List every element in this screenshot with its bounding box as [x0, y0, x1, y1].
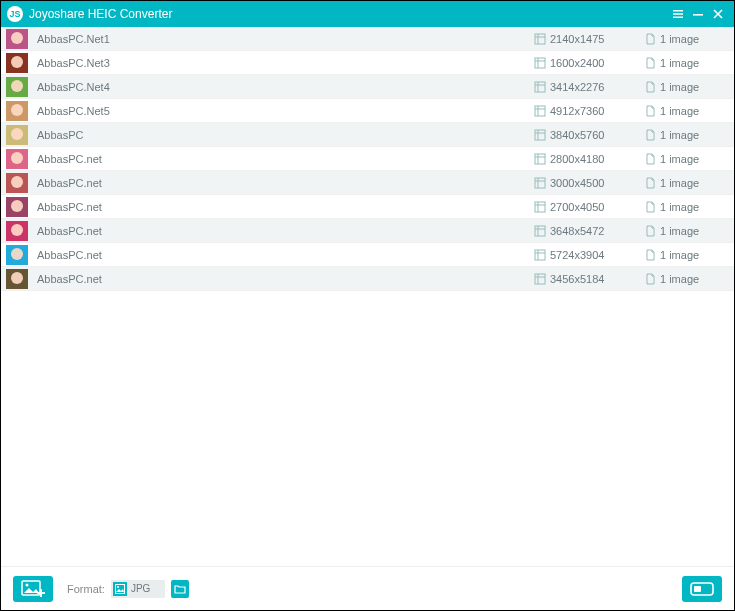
title-bar: JS Joyoshare HEIC Converter	[1, 1, 734, 27]
format-selector[interactable]: JPG	[111, 580, 165, 598]
file-row[interactable]: AbbasPC.Net54912x73601 image	[1, 99, 734, 123]
menu-button[interactable]	[668, 4, 688, 24]
page-icon	[644, 225, 656, 237]
convert-button[interactable]	[682, 576, 722, 602]
add-image-icon	[21, 580, 45, 598]
file-dimensions: 2140x1475	[534, 33, 644, 45]
file-image-count: 1 image	[644, 225, 734, 237]
page-icon	[644, 81, 656, 93]
file-image-count: 1 image	[644, 201, 734, 213]
svg-rect-0	[673, 10, 683, 12]
page-icon	[644, 153, 656, 165]
file-name: AbbasPC.Net1	[37, 33, 534, 45]
add-files-button[interactable]	[13, 576, 53, 602]
file-name: AbbasPC.net	[37, 153, 534, 165]
dimensions-icon	[534, 81, 546, 93]
svg-rect-36	[535, 274, 545, 284]
file-image-count: 1 image	[644, 129, 734, 141]
svg-rect-33	[535, 250, 545, 260]
svg-rect-1	[673, 13, 683, 15]
file-dimensions: 3456x5184	[534, 273, 644, 285]
file-thumbnail	[5, 28, 29, 50]
svg-rect-6	[535, 34, 545, 44]
svg-rect-21	[535, 154, 545, 164]
file-image-count: 1 image	[644, 33, 734, 45]
minimize-button[interactable]	[688, 4, 708, 24]
svg-rect-18	[535, 130, 545, 140]
file-row[interactable]: AbbasPC.Net31600x24001 image	[1, 51, 734, 75]
file-image-count: 1 image	[644, 105, 734, 117]
file-thumbnail	[5, 172, 29, 194]
file-thumbnail	[5, 52, 29, 74]
dimensions-icon	[534, 177, 546, 189]
file-dimensions: 3648x5472	[534, 225, 644, 237]
file-name: AbbasPC.net	[37, 273, 534, 285]
file-dimensions: 2800x4180	[534, 153, 644, 165]
file-thumbnail	[5, 196, 29, 218]
file-dimensions: 1600x2400	[534, 57, 644, 69]
file-dimensions: 2700x4050	[534, 201, 644, 213]
file-name: AbbasPC.Net3	[37, 57, 534, 69]
file-name: AbbasPC.Net5	[37, 105, 534, 117]
format-group: Format: JPG	[67, 580, 189, 598]
dimensions-icon	[534, 153, 546, 165]
file-image-count: 1 image	[644, 177, 734, 189]
svg-rect-24	[535, 178, 545, 188]
file-name: AbbasPC.net	[37, 177, 534, 189]
file-row[interactable]: AbbasPC.Net12140x14751 image	[1, 27, 734, 51]
dimensions-icon	[534, 225, 546, 237]
file-row[interactable]: AbbasPC.net5724x39041 image	[1, 243, 734, 267]
file-dimensions: 4912x7360	[534, 105, 644, 117]
page-icon	[644, 177, 656, 189]
svg-rect-46	[694, 586, 701, 592]
svg-rect-15	[535, 106, 545, 116]
file-list: AbbasPC.Net12140x14751 imageAbbasPC.Net3…	[1, 27, 734, 566]
file-image-count: 1 image	[644, 249, 734, 261]
svg-point-44	[117, 586, 119, 588]
file-row[interactable]: AbbasPC.net3648x54721 image	[1, 219, 734, 243]
file-dimensions: 3840x5760	[534, 129, 644, 141]
file-row[interactable]: AbbasPC3840x57601 image	[1, 123, 734, 147]
convert-icon	[689, 580, 715, 598]
bottom-bar: Format: JPG	[1, 566, 734, 610]
dimensions-icon	[534, 57, 546, 69]
page-icon	[644, 57, 656, 69]
page-icon	[644, 33, 656, 45]
file-thumbnail	[5, 268, 29, 290]
format-value: JPG	[131, 583, 163, 594]
app-logo-icon: JS	[7, 6, 23, 22]
file-dimensions: 5724x3904	[534, 249, 644, 261]
file-thumbnail	[5, 148, 29, 170]
svg-rect-9	[535, 58, 545, 68]
file-thumbnail	[5, 220, 29, 242]
file-image-count: 1 image	[644, 273, 734, 285]
file-row[interactable]: AbbasPC.Net43414x22761 image	[1, 75, 734, 99]
file-name: AbbasPC.Net4	[37, 81, 534, 93]
file-row[interactable]: AbbasPC.net2700x40501 image	[1, 195, 734, 219]
svg-rect-2	[673, 17, 683, 19]
page-icon	[644, 273, 656, 285]
file-image-count: 1 image	[644, 81, 734, 93]
dimensions-icon	[534, 201, 546, 213]
page-icon	[644, 105, 656, 117]
close-button[interactable]	[708, 4, 728, 24]
file-image-count: 1 image	[644, 153, 734, 165]
page-icon	[644, 201, 656, 213]
page-icon	[644, 129, 656, 141]
dimensions-icon	[534, 129, 546, 141]
format-label: Format:	[67, 583, 105, 595]
svg-rect-27	[535, 202, 545, 212]
file-dimensions: 3414x2276	[534, 81, 644, 93]
output-folder-button[interactable]	[171, 580, 189, 598]
dimensions-icon	[534, 105, 546, 117]
folder-icon	[174, 584, 186, 594]
file-row[interactable]: AbbasPC.net2800x41801 image	[1, 147, 734, 171]
file-name: AbbasPC.net	[37, 225, 534, 237]
image-type-icon	[113, 582, 127, 596]
file-row[interactable]: AbbasPC.net3000x45001 image	[1, 171, 734, 195]
svg-point-40	[26, 583, 29, 586]
svg-rect-43	[115, 584, 124, 593]
dimensions-icon	[534, 249, 546, 261]
file-row[interactable]: AbbasPC.net3456x51841 image	[1, 267, 734, 291]
svg-rect-30	[535, 226, 545, 236]
